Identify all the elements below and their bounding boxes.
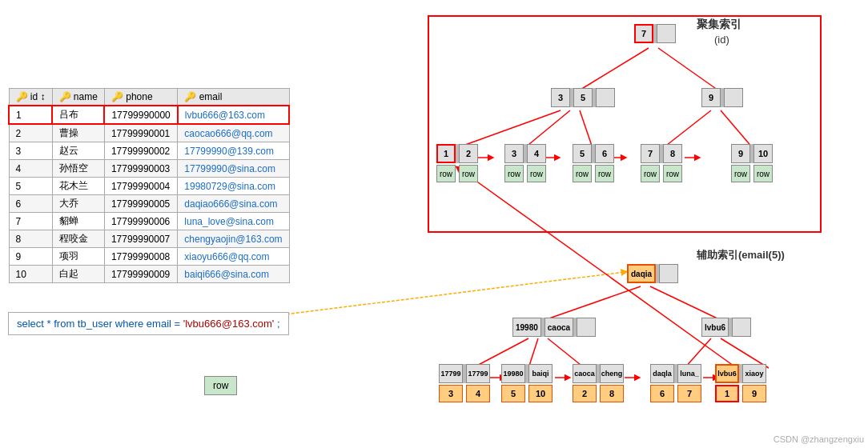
aux-leaf-row-9: 9 [742, 385, 766, 402]
aux-leaf-row-6: 6 [650, 385, 674, 402]
table-row: 9 项羽 17799990008 xiaoyu666@qq.com [9, 248, 289, 266]
cluster-index-label: 聚集索引 [697, 18, 741, 32]
row-box-legend: row [204, 376, 237, 395]
aux-root-key: daqia [627, 264, 656, 283]
aux-leaf-row-5: 5 [501, 385, 525, 402]
table-row: 5 花木兰 17799990004 19980729@sina.com [9, 178, 289, 195]
cell-email: lvbu666@163.com [178, 106, 289, 124]
cluster-index-sub: (id) [714, 34, 729, 46]
svg-line-23 [272, 272, 625, 316]
cell-phone: 17799990006 [104, 213, 177, 230]
cell-email: luna_love@sina.com [178, 213, 289, 230]
cell-name: 貂蝉 [52, 213, 104, 230]
cell-id: 2 [9, 124, 52, 142]
aux-leaf-key-baiqi: baiqi [528, 364, 553, 383]
leaf-row-7: row [641, 165, 660, 182]
leaf-row-2: row [459, 165, 478, 182]
aux-leaf-row-2: 2 [573, 385, 597, 402]
cell-phone: 17799990004 [104, 178, 177, 195]
col-header-phone: 🔑 phone [104, 89, 177, 106]
svg-line-12 [545, 286, 641, 320]
svg-line-4 [580, 110, 593, 148]
node-cell-empty2 [596, 88, 615, 107]
aux-leaf-key-17799a: 17799 [439, 364, 463, 383]
cell-phone: 17799990002 [104, 142, 177, 160]
leaf-9-10: 9 10 row row [731, 144, 773, 182]
table-row: 8 程咬金 17799990007 chengyaojin@163.com [9, 230, 289, 248]
cell-name: 曹操 [52, 124, 104, 142]
aux-l2-right-node: lvbu6 [701, 318, 751, 337]
cluster-l2-left-node: 3 5 [551, 88, 615, 107]
leaf-row-3: row [504, 165, 524, 182]
cell-id: 6 [9, 195, 52, 213]
cell-email: baiqi666@sina.com [178, 266, 289, 283]
aux-l2-left-empty [577, 318, 596, 337]
aux-leaf-row-4: 4 [466, 385, 490, 402]
aux-leaf-key-cheng: cheng [600, 364, 624, 383]
leaf-key-3: 3 [504, 144, 524, 163]
leaf-row-6: row [595, 165, 614, 182]
aux-index-label: 辅助索引(email(5)) [697, 248, 785, 262]
cell-id: 1 [9, 106, 52, 124]
node-cell-3: 3 [551, 88, 570, 107]
cell-email: 17799990@139.com [178, 142, 289, 160]
aux-l2-right-key: lvbu6 [701, 318, 729, 337]
leaf-key-9: 9 [731, 144, 750, 163]
row-legend: row [204, 376, 237, 395]
cell-name: 吕布 [52, 106, 104, 124]
leaf-key-10: 10 [753, 144, 773, 163]
aux-leaf-key-daqla: daqla [650, 364, 674, 383]
aux-leaf-row-1: 1 [715, 385, 739, 402]
leaf-key-8: 8 [663, 144, 682, 163]
cell-name: 赵云 [52, 142, 104, 160]
svg-line-13 [650, 286, 721, 320]
aux-leaf-row-10: 10 [528, 385, 553, 402]
svg-line-6 [721, 110, 753, 148]
table-row: 4 孙悟空 17799990003 17799990@sina.com [9, 160, 289, 178]
cell-email: daqiao666@sina.com [178, 195, 289, 213]
svg-rect-11 [428, 16, 821, 232]
aux-leaf-key-xiaoy: xiaoy [742, 364, 766, 383]
cell-phone: 17799990001 [104, 124, 177, 142]
col-header-email: 🔑 email [178, 89, 289, 106]
cell-email: chengyaojin@163.com [178, 230, 289, 248]
leaf-key-2: 2 [459, 144, 478, 163]
table-row: 10 白起 17799990009 baiqi666@sina.com [9, 266, 289, 283]
aux-l2-right-empty [732, 318, 751, 337]
leaf-row-5: row [573, 165, 592, 182]
cell-phone: 17799990005 [104, 195, 177, 213]
data-table-section: 🔑 id ↕ 🔑 name 🔑 phone 🔑 email 1 吕布 17799… [8, 88, 290, 283]
cell-email: caocao666@qq.com [178, 124, 289, 142]
aux-leaf-17799-17799: 17799 17799 3 4 [439, 364, 490, 402]
cell-phone: 17799990008 [104, 248, 177, 266]
table-row: 7 貂蝉 17799990006 luna_love@sina.com [9, 213, 289, 230]
aux-leaf-19980-baiqi: 19980 baiqi 5 10 [501, 364, 553, 402]
cell-name: 花木兰 [52, 178, 104, 195]
cell-email: xiaoyu666@qq.com [178, 248, 289, 266]
cell-name: 孙悟空 [52, 160, 104, 178]
cell-name: 白起 [52, 266, 104, 283]
cell-phone: 17799990007 [104, 230, 177, 248]
aux-l2-left-key1: 19980 [512, 318, 541, 337]
node-cell-empty [657, 24, 676, 43]
cell-id: 10 [9, 266, 52, 283]
aux-root-empty [659, 264, 678, 283]
col-header-name: 🔑 name [52, 89, 104, 106]
leaf-row-9: row [731, 165, 750, 182]
cluster-l2-right-node: 9 [701, 88, 743, 107]
cell-id: 4 [9, 160, 52, 178]
aux-l2-left-node: 19980 caoca [512, 318, 596, 337]
cell-id: 5 [9, 178, 52, 195]
leaf-7-8: 7 8 row row [641, 144, 682, 182]
aux-l2-left-key2: caoca [545, 318, 573, 337]
svg-line-5 [663, 110, 711, 148]
aux-leaf-key-lvbu6: lvbu6 [715, 364, 739, 383]
cell-id: 9 [9, 248, 52, 266]
table-row: 2 曹操 17799990001 caocao666@qq.com [9, 124, 289, 142]
aux-root-node: daqia [627, 264, 678, 283]
leaf-key-7: 7 [641, 144, 660, 163]
cell-phone: 17799990003 [104, 160, 177, 178]
leaf-row-10: row [753, 165, 773, 182]
cluster-root-node: 7 [634, 24, 676, 43]
csdn-watermark: CSDN @zhangzengxiu [774, 434, 864, 444]
